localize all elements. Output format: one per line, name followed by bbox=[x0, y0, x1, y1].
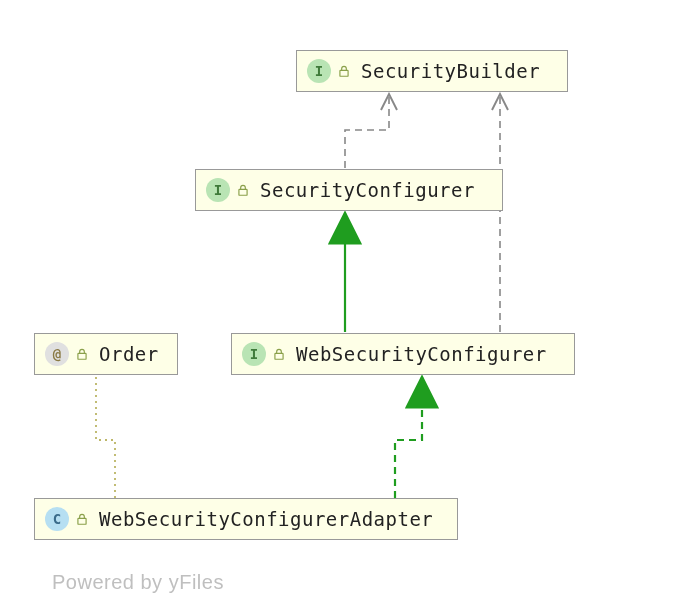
footer-attribution: Powered by yFiles bbox=[52, 571, 224, 594]
lock-icon bbox=[337, 64, 351, 78]
node-order[interactable]: @ Order bbox=[34, 333, 178, 375]
edge-securityConfigurer-to-securityBuilder bbox=[345, 94, 389, 168]
interface-badge: I bbox=[242, 342, 266, 366]
badge-letter: @ bbox=[53, 346, 61, 362]
node-label: WebSecurityConfigurer bbox=[296, 343, 547, 365]
svg-rect-2 bbox=[78, 353, 86, 359]
uml-diagram: I SecurityBuilder I SecurityConfigurer @… bbox=[0, 0, 678, 612]
lock-icon bbox=[75, 512, 89, 526]
edge-adapter-to-order bbox=[96, 375, 115, 498]
node-label: SecurityBuilder bbox=[361, 60, 540, 82]
badge-letter: I bbox=[214, 182, 222, 198]
edge-adapter-to-webSecurityConfigurer bbox=[395, 377, 422, 498]
node-label: Order bbox=[99, 343, 159, 365]
interface-badge: I bbox=[206, 178, 230, 202]
node-label: WebSecurityConfigurerAdapter bbox=[99, 508, 433, 530]
svg-rect-3 bbox=[275, 353, 283, 359]
svg-rect-0 bbox=[340, 70, 348, 76]
badge-letter: I bbox=[315, 63, 323, 79]
node-securityBuilder[interactable]: I SecurityBuilder bbox=[296, 50, 568, 92]
lock-icon bbox=[75, 347, 89, 361]
svg-rect-4 bbox=[78, 518, 86, 524]
node-webSecurityConfigurerAdapter[interactable]: C WebSecurityConfigurerAdapter bbox=[34, 498, 458, 540]
class-badge: C bbox=[45, 507, 69, 531]
node-label: SecurityConfigurer bbox=[260, 179, 475, 201]
svg-rect-1 bbox=[239, 189, 247, 195]
node-securityConfigurer[interactable]: I SecurityConfigurer bbox=[195, 169, 503, 211]
lock-icon bbox=[272, 347, 286, 361]
interface-badge: I bbox=[307, 59, 331, 83]
badge-letter: I bbox=[250, 346, 258, 362]
node-webSecurityConfigurer[interactable]: I WebSecurityConfigurer bbox=[231, 333, 575, 375]
annotation-badge: @ bbox=[45, 342, 69, 366]
lock-icon bbox=[236, 183, 250, 197]
badge-letter: C bbox=[53, 511, 61, 527]
